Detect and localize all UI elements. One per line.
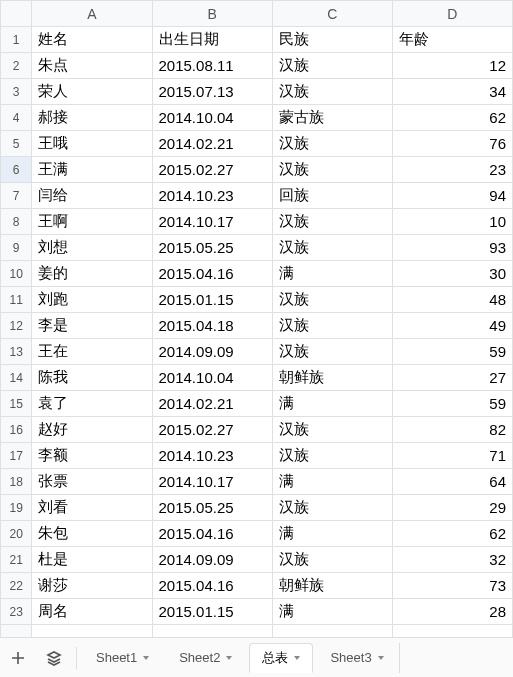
cell[interactable]: 满 (272, 391, 392, 417)
cell[interactable]: 朱包 (32, 521, 152, 547)
cell[interactable]: 荣人 (32, 79, 152, 105)
cell[interactable]: 64 (392, 469, 512, 495)
sheet-tab[interactable]: Sheet3 (317, 643, 396, 673)
all-sheets-button[interactable] (36, 638, 72, 678)
cell[interactable]: 28 (392, 599, 512, 625)
cell[interactable]: 民族 (272, 27, 392, 53)
cell[interactable]: 汉族 (272, 53, 392, 79)
cell[interactable]: 23 (392, 157, 512, 183)
cell[interactable]: 汉族 (272, 495, 392, 521)
row-header[interactable]: 3 (1, 79, 32, 105)
cell[interactable]: 59 (392, 391, 512, 417)
cell[interactable]: 2015.02.27 (152, 157, 272, 183)
row-header[interactable]: 16 (1, 417, 32, 443)
row-header[interactable]: 8 (1, 209, 32, 235)
col-header-D[interactable]: D (392, 1, 512, 27)
row-header[interactable] (1, 625, 32, 638)
cell[interactable]: 出生日期 (152, 27, 272, 53)
cell[interactable]: 34 (392, 79, 512, 105)
col-header-B[interactable]: B (152, 1, 272, 27)
cell[interactable]: 汉族 (272, 287, 392, 313)
cell[interactable]: 2014.09.09 (152, 339, 272, 365)
cell[interactable]: 王啊 (32, 209, 152, 235)
cell[interactable]: 李额 (32, 443, 152, 469)
row-header[interactable]: 1 (1, 27, 32, 53)
cell[interactable]: 刘跑 (32, 287, 152, 313)
col-header-C[interactable]: C (272, 1, 392, 27)
cell[interactable]: 93 (392, 235, 512, 261)
cell[interactable]: 76 (392, 131, 512, 157)
cell[interactable]: 刘想 (32, 235, 152, 261)
cell[interactable]: 张票 (32, 469, 152, 495)
cell[interactable]: 10 (392, 209, 512, 235)
row-header[interactable]: 12 (1, 313, 32, 339)
cell[interactable]: 闫给 (32, 183, 152, 209)
cell[interactable]: 2015.05.25 (152, 235, 272, 261)
cell[interactable]: 蒙古族 (272, 105, 392, 131)
cell[interactable]: 32 (392, 547, 512, 573)
cell[interactable]: 27 (392, 365, 512, 391)
cell[interactable]: 2014.10.04 (152, 365, 272, 391)
cell[interactable]: 满 (272, 599, 392, 625)
cell[interactable]: 王哦 (32, 131, 152, 157)
row-header[interactable]: 7 (1, 183, 32, 209)
cell[interactable]: 谢莎 (32, 573, 152, 599)
cell[interactable]: 周名 (32, 599, 152, 625)
row-header[interactable]: 22 (1, 573, 32, 599)
cell[interactable]: 48 (392, 287, 512, 313)
cell[interactable]: 62 (392, 521, 512, 547)
row-header[interactable]: 23 (1, 599, 32, 625)
cell[interactable]: 汉族 (272, 79, 392, 105)
cell[interactable]: 2015.05.25 (152, 495, 272, 521)
cell[interactable]: 汉族 (272, 547, 392, 573)
cell[interactable]: 汉族 (272, 417, 392, 443)
cell[interactable]: 2015.02.27 (152, 417, 272, 443)
cell[interactable]: 2014.10.17 (152, 209, 272, 235)
cell[interactable]: 2014.10.23 (152, 183, 272, 209)
cell[interactable]: 王满 (32, 157, 152, 183)
cell[interactable]: 王在 (32, 339, 152, 365)
add-sheet-button[interactable] (0, 638, 36, 678)
cell[interactable]: 2014.02.21 (152, 131, 272, 157)
cell[interactable]: 朱点 (32, 53, 152, 79)
select-all-corner[interactable] (1, 1, 32, 27)
cell[interactable]: 汉族 (272, 209, 392, 235)
cell[interactable]: 汉族 (272, 131, 392, 157)
col-header-A[interactable]: A (32, 1, 152, 27)
cell[interactable]: 回族 (272, 183, 392, 209)
cell[interactable]: 李是 (32, 313, 152, 339)
cell[interactable]: 姓名 (32, 27, 152, 53)
cell[interactable]: 73 (392, 573, 512, 599)
cell[interactable]: 2014.10.17 (152, 469, 272, 495)
row-header[interactable]: 4 (1, 105, 32, 131)
sheet-tab[interactable]: Sheet1 (83, 643, 162, 673)
cell[interactable]: 2015.01.15 (152, 599, 272, 625)
cell[interactable]: 陈我 (32, 365, 152, 391)
row-header[interactable]: 20 (1, 521, 32, 547)
cell[interactable]: 姜的 (32, 261, 152, 287)
cell[interactable]: 2015.07.13 (152, 79, 272, 105)
cell[interactable]: 2015.04.16 (152, 521, 272, 547)
cell[interactable]: 71 (392, 443, 512, 469)
row-header[interactable]: 18 (1, 469, 32, 495)
cell[interactable]: 59 (392, 339, 512, 365)
cell[interactable]: 汉族 (272, 313, 392, 339)
cell[interactable]: 2015.04.16 (152, 573, 272, 599)
cell[interactable]: 2014.10.23 (152, 443, 272, 469)
row-header[interactable]: 5 (1, 131, 32, 157)
row-header[interactable]: 2 (1, 53, 32, 79)
cell[interactable]: 满 (272, 521, 392, 547)
cell[interactable]: 年龄 (392, 27, 512, 53)
cell[interactable]: 2015.04.18 (152, 313, 272, 339)
row-header[interactable]: 10 (1, 261, 32, 287)
cell[interactable]: 2015.08.11 (152, 53, 272, 79)
row-header[interactable]: 14 (1, 365, 32, 391)
cell[interactable]: 满 (272, 469, 392, 495)
sheet-tab[interactable]: 总表 (249, 643, 313, 673)
cell[interactable]: 2015.01.15 (152, 287, 272, 313)
cell[interactable]: 汉族 (272, 443, 392, 469)
cell[interactable]: 29 (392, 495, 512, 521)
cell[interactable]: 汉族 (272, 235, 392, 261)
cell[interactable]: 2014.02.21 (152, 391, 272, 417)
cell[interactable]: 汉族 (272, 339, 392, 365)
